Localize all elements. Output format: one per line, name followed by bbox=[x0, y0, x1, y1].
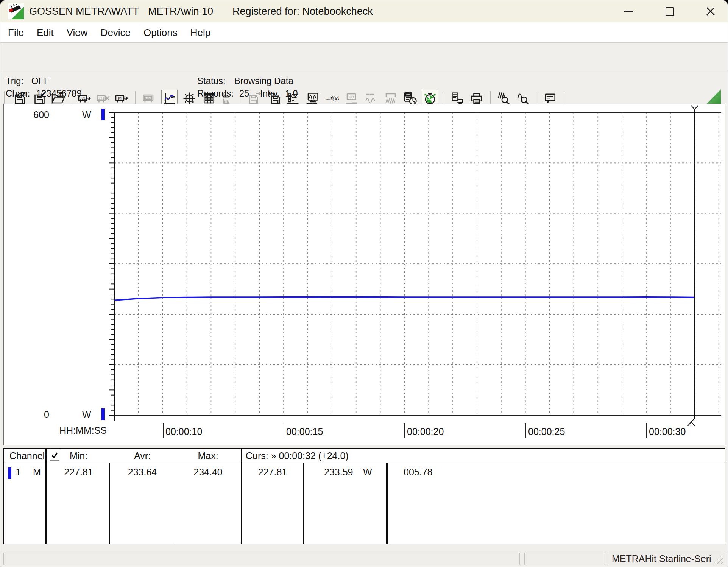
minimize-icon bbox=[624, 11, 633, 12]
status-label: Status: bbox=[197, 75, 232, 87]
channel-color-marker-top bbox=[101, 109, 105, 120]
maximize-button[interactable] bbox=[659, 3, 680, 19]
table-divider bbox=[241, 449, 242, 544]
cursor-bottom-handle[interactable] bbox=[688, 415, 695, 426]
menu-options[interactable]: Options bbox=[143, 22, 178, 43]
channel-number: 1 bbox=[16, 467, 21, 478]
intrv-label: Intrv. bbox=[260, 88, 280, 98]
statusbar-message-panel bbox=[3, 553, 520, 565]
y-unit-top: W bbox=[82, 109, 91, 120]
channel-column-header: Channel: bbox=[9, 450, 47, 461]
title-bar: GOSSEN METRAWATT METRAwin 10 Registered … bbox=[0, 0, 728, 22]
channel-row-color-marker bbox=[8, 467, 11, 479]
chart-panel: 600 W 0 W HH:MM:SS 00:00:10 00:00:15 00:… bbox=[3, 104, 725, 446]
brand-title: GOSSEN METRAWATT bbox=[29, 0, 139, 22]
chan-value: 123456789 bbox=[36, 88, 82, 98]
cursor-column-header: Curs: » 00:00:32 (+24.0) bbox=[246, 450, 349, 461]
app-logo-icon bbox=[8, 3, 24, 19]
power-chart bbox=[4, 104, 725, 445]
records-label: Records: bbox=[197, 88, 234, 98]
x-tick-label: 00:00:30 bbox=[646, 423, 686, 438]
close-icon bbox=[706, 6, 716, 16]
avr-value: 233.64 bbox=[110, 467, 175, 478]
records-value: 25 bbox=[239, 88, 249, 98]
chart-axes bbox=[109, 112, 721, 421]
channel-color-marker-bottom bbox=[101, 408, 105, 420]
trig-value: OFF bbox=[31, 76, 50, 86]
x-axis-format-label: HH:MM:SS bbox=[59, 425, 107, 436]
cursor2-value: 233.59 bbox=[324, 467, 353, 478]
max-value: 234.40 bbox=[175, 467, 241, 478]
x-tick-label: 00:00:10 bbox=[163, 423, 202, 438]
table-divider bbox=[303, 463, 304, 544]
x-tick-label: 00:00:25 bbox=[525, 423, 565, 438]
y-min-label: 0 bbox=[30, 409, 49, 420]
channel-mode: M bbox=[33, 467, 41, 478]
cursor1-value: 227.81 bbox=[242, 467, 303, 478]
resize-grip[interactable] bbox=[713, 554, 723, 564]
app-title: METRAwin 10 bbox=[148, 0, 213, 22]
maximize-icon bbox=[666, 7, 674, 16]
menu-bar: File Edit View Device Options Help bbox=[0, 22, 728, 43]
statusbar-device-panel: METRAHit Starline-Seri bbox=[607, 553, 724, 565]
app-window: GOSSEN METRAWATT METRAwin 10 Registered … bbox=[0, 0, 728, 567]
menu-device[interactable]: Device bbox=[101, 22, 131, 43]
cursor-top-handle[interactable] bbox=[691, 106, 698, 112]
chart-gridlines bbox=[114, 112, 721, 415]
status-value: Browsing Data bbox=[234, 76, 293, 86]
status-panel: Trig: OFF Chan: 123456789 Status: Browsi… bbox=[0, 71, 728, 104]
menu-help[interactable]: Help bbox=[190, 22, 210, 43]
measurement-table: Channel: Min: Avr: Max: Curs: » 00:00:32… bbox=[3, 448, 725, 544]
min-column-header: Min: bbox=[48, 450, 109, 461]
cursor2-unit: W bbox=[363, 467, 372, 478]
minimize-button[interactable] bbox=[618, 3, 639, 19]
table-divider bbox=[45, 449, 47, 544]
menu-view[interactable]: View bbox=[67, 22, 88, 43]
min-value: 227.81 bbox=[48, 467, 109, 478]
intrv-value: 1.0 bbox=[285, 88, 298, 98]
registered-for-text: Registered for: Notebookcheck bbox=[232, 0, 373, 22]
y-max-label: 600 bbox=[30, 109, 49, 120]
max-column-header: Max: bbox=[175, 450, 241, 461]
menu-edit[interactable]: Edit bbox=[37, 22, 54, 43]
tool-bar: 321 321 M 1257 =f(x) 321 bbox=[0, 43, 728, 71]
close-button[interactable] bbox=[700, 3, 721, 19]
statusbar-info-panel bbox=[524, 553, 605, 565]
device-name: METRAHit Starline-Seri bbox=[612, 553, 711, 564]
x-tick-label: 00:00:15 bbox=[284, 423, 323, 438]
chart-cursor[interactable] bbox=[688, 106, 698, 426]
trig-label: Trig: bbox=[6, 75, 29, 87]
menu-file[interactable]: File bbox=[8, 22, 24, 43]
chan-label: Chan: bbox=[6, 87, 34, 100]
cursor3-value: 005.78 bbox=[404, 467, 432, 478]
avr-column-header: Avr: bbox=[110, 450, 175, 461]
y-unit-bottom: W bbox=[82, 409, 91, 420]
table-divider bbox=[386, 463, 388, 544]
x-tick-label: 00:00:20 bbox=[404, 423, 444, 438]
status-bar: METRAHit Starline-Seri bbox=[0, 551, 728, 566]
